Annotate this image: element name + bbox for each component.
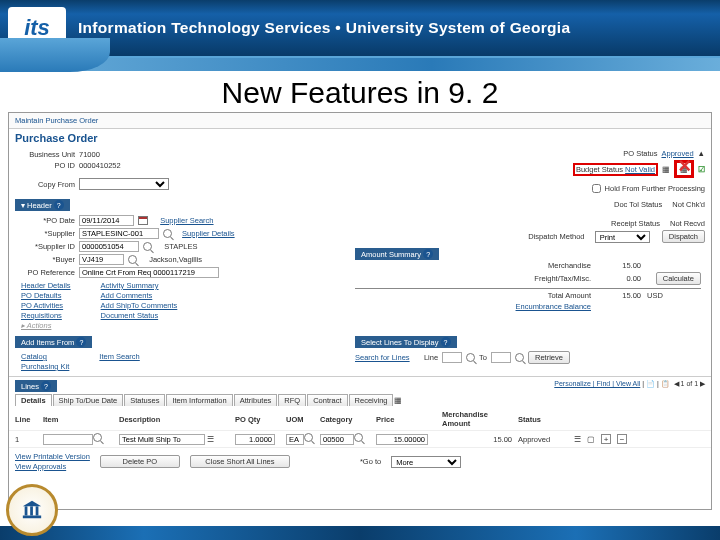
lookup-icon[interactable] <box>515 353 524 362</box>
header-details-link[interactable]: Header Details <box>21 281 71 290</box>
delete-po-button[interactable]: Delete PO <box>100 455 180 468</box>
supplier-details-link[interactable]: Supplier Details <box>182 229 235 238</box>
encumbrance-link[interactable]: Encumbrance Balance <box>355 302 591 311</box>
copy-from-label: Copy From <box>15 180 75 189</box>
col-uom: UOM <box>286 415 314 424</box>
hold-checkbox[interactable] <box>592 184 601 193</box>
line-to-label: To <box>479 353 487 362</box>
business-unit-value: 71000 <box>79 150 100 159</box>
supplier-id-input[interactable] <box>79 241 139 252</box>
buyer-input[interactable] <box>79 254 124 265</box>
dispatch-button[interactable]: Dispatch <box>662 230 705 243</box>
col-cat: Category <box>320 415 370 424</box>
lookup-icon[interactable] <box>128 255 137 264</box>
line-status: Approved <box>518 435 568 444</box>
amount-summary-bar[interactable]: Amount Summary ? <box>355 248 439 260</box>
lookup-icon[interactable] <box>143 242 152 251</box>
retrieve-button[interactable]: Retrieve <box>528 351 570 364</box>
po-ref-input[interactable] <box>79 267 219 278</box>
uom-input[interactable] <box>286 434 304 445</box>
dispatch-select[interactable]: Print <box>595 231 650 243</box>
lookup-icon[interactable] <box>354 433 363 442</box>
svg-rect-1 <box>25 506 28 515</box>
doc-tol-label: Doc Tol Status <box>355 200 662 209</box>
goto-select[interactable]: More <box>391 456 461 468</box>
supplier-short: STAPLES <box>164 242 197 251</box>
add-shipto-comments-link[interactable]: Add ShipTo Comments <box>101 301 178 310</box>
close-short-button[interactable]: Close Short All Lines <box>190 455 290 468</box>
supplier-search-link[interactable]: Supplier Search <box>160 216 213 225</box>
select-lines-bar[interactable]: Select Lines To Display ? <box>355 336 457 348</box>
table-row: 1 ☰ 15.00 Approved ☰ ▢ + − <box>9 431 711 448</box>
header-section-bar[interactable]: ▾ Header ? <box>15 199 70 211</box>
expand-tabs-icon[interactable]: ▦ <box>394 396 402 405</box>
catalog-link[interactable]: Catalog <box>21 352 69 361</box>
po-defaults-link[interactable]: PO Defaults <box>21 291 71 300</box>
col-line: Line <box>15 415 37 424</box>
calendar-icon[interactable] <box>138 216 148 225</box>
copy-from-select[interactable] <box>79 178 169 190</box>
item-search-link[interactable]: Item Search <box>99 352 139 361</box>
col-price: Price <box>376 415 436 424</box>
help-icon[interactable]: ? <box>441 337 451 347</box>
help-icon[interactable]: ? <box>76 337 86 347</box>
line-from-input[interactable] <box>442 352 462 363</box>
search-lines-link[interactable]: Search for Lines <box>355 353 410 362</box>
tab-shipto[interactable]: Ship To/Due Date <box>53 394 124 406</box>
lines-bar[interactable]: Lines ? <box>15 380 57 392</box>
price-input[interactable] <box>376 434 428 445</box>
line-to-input[interactable] <box>491 352 511 363</box>
freight-value: 0.00 <box>591 274 641 283</box>
line-icon1[interactable]: ☰ <box>574 435 581 444</box>
add-items-bar[interactable]: Add Items From ? <box>15 336 92 348</box>
col-status: Status <box>518 415 568 424</box>
help-icon[interactable]: ? <box>41 381 51 391</box>
purchasing-kit-link[interactable]: Purchasing Kit <box>21 362 69 371</box>
personalize-link[interactable]: Personalize | Find | View All <box>554 380 640 387</box>
view-printable-link[interactable]: View Printable Version <box>15 452 90 461</box>
po-date-input[interactable] <box>79 215 134 226</box>
business-unit-label: Business Unit <box>15 150 75 159</box>
tab-attributes[interactable]: Attributes <box>234 394 278 406</box>
delete-row-icon[interactable]: − <box>617 434 627 444</box>
lookup-icon[interactable] <box>466 353 475 362</box>
col-qty: PO Qty <box>235 415 280 424</box>
calculate-button[interactable]: Calculate <box>656 272 701 285</box>
budget-check-icon[interactable]: ☑ <box>698 165 705 174</box>
budget-icon1[interactable]: ▦ <box>662 165 670 174</box>
line-num: 1 <box>15 435 37 444</box>
tab-rfq[interactable]: RFQ <box>278 394 306 406</box>
supplier-input[interactable] <box>79 228 159 239</box>
tab-statuses[interactable]: Statuses <box>124 394 165 406</box>
add-comments-link[interactable]: Add Comments <box>101 291 178 300</box>
line-comment-icon[interactable]: ▢ <box>587 435 595 444</box>
svg-marker-4 <box>23 501 41 507</box>
tab-contract[interactable]: Contract <box>307 394 347 406</box>
lookup-icon[interactable] <box>93 433 102 442</box>
lookup-icon[interactable] <box>163 229 172 238</box>
actions-link[interactable]: ▸ Actions <box>21 321 71 330</box>
merch-amount: 15.00 <box>442 435 512 444</box>
help-icon[interactable]: ? <box>54 200 64 210</box>
add-row-icon[interactable]: + <box>601 434 611 444</box>
po-activities-link[interactable]: PO Activities <box>21 301 71 310</box>
cat-input[interactable] <box>320 434 354 445</box>
requisitions-link[interactable]: Requisitions <box>21 311 71 320</box>
page-title: Purchase Order <box>9 129 711 147</box>
item-range: ◀ 1 of 1 ▶ <box>674 380 705 387</box>
view-approvals-link[interactable]: View Approvals <box>15 462 90 471</box>
tab-item-info[interactable]: Item Information <box>166 394 232 406</box>
budget-status-value[interactable]: Not Valid <box>625 165 655 174</box>
help-icon[interactable]: ? <box>423 249 433 259</box>
svg-rect-3 <box>36 506 39 515</box>
lookup-icon[interactable] <box>304 433 313 442</box>
po-ref-label: PO Reference <box>15 268 75 277</box>
document-status-link[interactable]: Document Status <box>101 311 178 320</box>
qty-input[interactable] <box>235 434 275 445</box>
activity-summary-link[interactable]: Activity Summary <box>101 281 178 290</box>
tab-receiving[interactable]: Receiving <box>349 394 394 406</box>
tab-details[interactable]: Details <box>15 394 52 406</box>
breadcrumb: Maintain Purchase Order <box>9 113 711 129</box>
item-input[interactable] <box>43 434 93 445</box>
desc-input[interactable] <box>119 434 205 445</box>
